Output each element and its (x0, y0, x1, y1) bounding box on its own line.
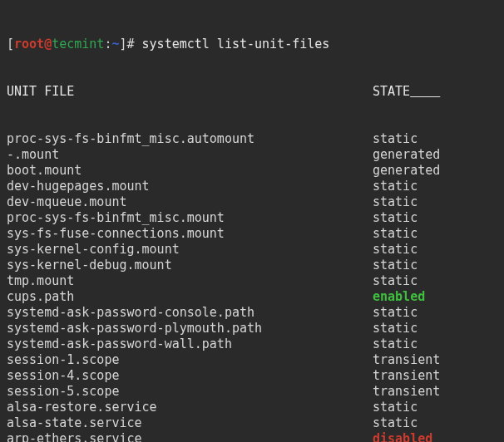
unit-state: static (373, 210, 418, 226)
bracket-open: [ (7, 37, 14, 52)
command-text: systemctl list-unit-files (142, 37, 330, 52)
unit-state: static (373, 321, 418, 336)
unit-file-name: alsa-restore.service (7, 400, 373, 415)
unit-row: boot.mountgenerated (7, 163, 497, 179)
bracket-close: ] (119, 37, 126, 52)
unit-state: static (373, 400, 418, 415)
unit-file-name: alsa-state.service (7, 415, 373, 431)
unit-row: systemd-ask-password-plymouth.pathstatic (7, 321, 497, 336)
unit-file-name: -.mount (7, 147, 373, 163)
unit-row: -.mountgenerated (7, 147, 497, 163)
prompt-user: root (14, 37, 44, 52)
unit-file-name: session-4.scope (7, 368, 373, 384)
unit-state: static (373, 131, 418, 147)
unit-row: dev-hugepages.mountstatic (7, 179, 497, 194)
unit-row: proc-sys-fs-binfmt_misc.mountstatic (7, 210, 497, 226)
unit-row: alsa-restore.servicestatic (7, 400, 497, 415)
unit-row: arp-ethers.servicedisabled (7, 431, 497, 442)
unit-file-name: sys-kernel-debug.mount (7, 258, 373, 273)
prompt-host: tecmint (52, 37, 104, 52)
terminal-output[interactable]: [root@tecmint:~]# systemctl list-unit-fi… (0, 0, 504, 442)
unit-file-name: proc-sys-fs-binfmt_misc.automount (7, 131, 373, 147)
prompt-hash: # (127, 37, 135, 52)
unit-state: generated (373, 163, 440, 179)
unit-file-name: boot.mount (7, 163, 373, 179)
unit-state: static (373, 415, 418, 431)
unit-file-name: systemd-ask-password-plymouth.path (7, 321, 373, 336)
unit-file-name: session-1.scope (7, 352, 373, 368)
unit-state: static (373, 258, 418, 273)
unit-state: static (373, 226, 418, 242)
header-row: UNIT FILESTATE (7, 84, 497, 100)
unit-file-name: dev-hugepages.mount (7, 179, 373, 194)
header-unit: UNIT FILE (7, 84, 373, 100)
prompt-line: [root@tecmint:~]# systemctl list-unit-fi… (7, 37, 497, 52)
unit-state: static (373, 273, 418, 289)
unit-state: static (373, 336, 418, 352)
unit-row: session-1.scopetransient (7, 352, 497, 368)
unit-row: systemd-ask-password-console.pathstatic (7, 305, 497, 321)
unit-file-name: systemd-ask-password-wall.path (7, 336, 373, 352)
unit-state: static (373, 194, 418, 210)
unit-row: sys-fs-fuse-connections.mountstatic (7, 226, 497, 242)
unit-file-name: sys-kernel-config.mount (7, 242, 373, 258)
unit-row: sys-kernel-debug.mountstatic (7, 258, 497, 273)
unit-row: dev-mqueue.mountstatic (7, 194, 497, 210)
unit-state: enabled (373, 289, 425, 305)
header-state: STATE (373, 84, 410, 100)
unit-state: static (373, 305, 418, 321)
unit-state: transient (373, 368, 440, 384)
unit-row: systemd-ask-password-wall.pathstatic (7, 336, 497, 352)
unit-file-name: session-5.scope (7, 384, 373, 400)
unit-file-name: proc-sys-fs-binfmt_misc.mount (7, 210, 373, 226)
unit-row: session-5.scopetransient (7, 384, 497, 400)
unit-list: proc-sys-fs-binfmt_misc.automountstatic-… (7, 131, 497, 442)
unit-state: transient (373, 384, 440, 400)
unit-state: static (373, 179, 418, 194)
unit-row: cups.pathenabled (7, 289, 497, 305)
prompt-at: @ (44, 37, 52, 52)
unit-row: sys-kernel-config.mountstatic (7, 242, 497, 258)
unit-row: session-4.scopetransient (7, 368, 497, 384)
unit-file-name: cups.path (7, 289, 373, 305)
unit-state: static (373, 242, 418, 258)
unit-row: proc-sys-fs-binfmt_misc.automountstatic (7, 131, 497, 147)
unit-row: tmp.mountstatic (7, 273, 497, 289)
unit-state: disabled (373, 431, 432, 442)
unit-state: generated (373, 147, 440, 163)
unit-state: transient (373, 352, 440, 368)
unit-file-name: dev-mqueue.mount (7, 194, 373, 210)
unit-row: alsa-state.servicestatic (7, 415, 497, 431)
unit-file-name: arp-ethers.service (7, 431, 373, 442)
unit-file-name: sys-fs-fuse-connections.mount (7, 226, 373, 242)
unit-file-name: systemd-ask-password-console.path (7, 305, 373, 321)
unit-file-name: tmp.mount (7, 273, 373, 289)
